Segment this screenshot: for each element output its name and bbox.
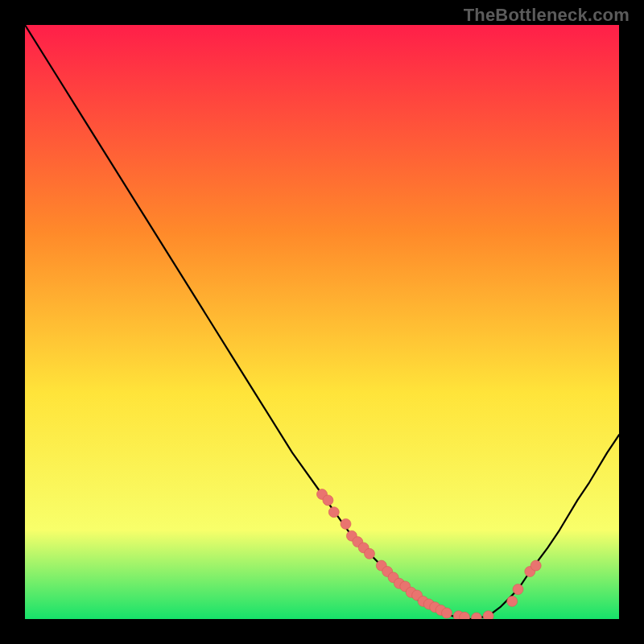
watermark-text: TheBottleneck.com	[464, 5, 630, 26]
gradient-background	[25, 25, 619, 619]
bottleneck-chart	[25, 25, 619, 619]
data-dot	[341, 518, 351, 529]
data-dot	[513, 584, 523, 595]
data-dot	[442, 608, 452, 618]
data-dot	[328, 507, 339, 518]
data-dot	[323, 495, 333, 506]
data-dot	[365, 548, 375, 559]
data-dot	[483, 611, 493, 619]
chart-frame: TheBottleneck.com	[0, 0, 644, 644]
data-dot	[530, 560, 541, 571]
data-dot	[507, 596, 518, 606]
plot-area	[25, 25, 619, 619]
